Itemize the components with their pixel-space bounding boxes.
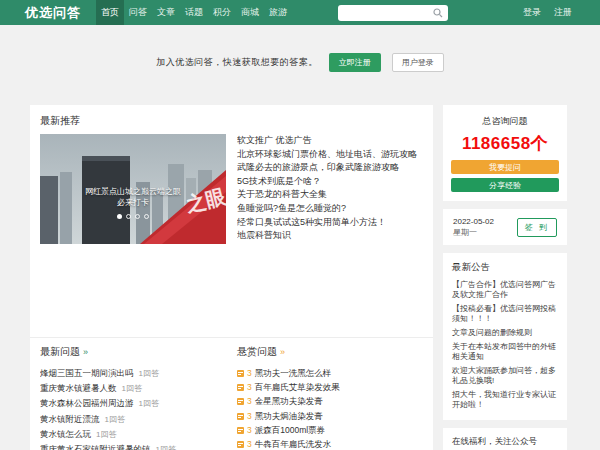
reward-amount: 3	[247, 411, 252, 421]
question-item[interactable]: 烽烟三国五一期间演出吗1回答	[40, 366, 237, 381]
reward-question-item[interactable]: 3黑功夫一洗黑怎么样	[237, 366, 423, 380]
nav-item-points[interactable]: 积分	[208, 0, 236, 25]
register-link[interactable]: 注册	[554, 6, 572, 19]
announcements-title: 最新公告	[452, 261, 558, 274]
recommend-link[interactable]: 软文推广 优选广告	[237, 134, 423, 148]
question-title: 黄水森林公园福州周边游	[40, 398, 134, 408]
qr-card: 在线福利，关注公众号	[443, 428, 567, 450]
recommend-link[interactable]: 关于恐龙的科普大全集	[237, 188, 423, 202]
caption-line2: 必来打卡	[40, 197, 226, 208]
question-title: 派森百1000ml票券	[255, 425, 325, 435]
reward-question-item[interactable]: 3百年扁氏艾草染发效果	[237, 380, 423, 394]
date-block: 2022-05-02 星期一	[453, 216, 494, 238]
share-experience-button[interactable]: 分享经验	[451, 178, 559, 192]
reward-coupon-icon	[237, 370, 244, 377]
reward-question-item[interactable]: 3派森百1000ml票券	[237, 423, 423, 437]
reward-amount: 3	[247, 368, 252, 378]
question-item[interactable]: 重庆黄水石家镇附近避暑的镇1回答	[40, 442, 237, 450]
recommend-link[interactable]: 武隆必去的旅游景点，印象武隆旅游攻略	[237, 161, 423, 175]
recommend-carousel[interactable]: 之眼 网红景点山城之巅云端之眼 必来打卡	[40, 134, 226, 244]
questions-section: 最新问题» 烽烟三国五一期间演出吗1回答 重庆黄水镇避暑人数1回答 黄水森林公园…	[30, 337, 433, 450]
reward-coupon-icon	[237, 384, 244, 391]
main-nav: 首页 问答 文章 话题 积分 商城 旅游	[96, 0, 292, 25]
recommend-link[interactable]: 北京环球影城门票价格、地址电话、游玩攻略	[237, 148, 423, 162]
search-input[interactable]	[338, 6, 430, 20]
nav-item-travel[interactable]: 旅游	[264, 0, 292, 25]
reward-coupon-icon	[237, 441, 244, 448]
reward-questions-column: 悬赏问题» 3黑功夫一洗黑怎么样 3百年扁氏艾草染发效果 3金星黑功夫染发膏 3…	[237, 345, 423, 450]
checkin-card: 2022-05-02 星期一 签 到	[443, 209, 567, 245]
banner-login-button[interactable]: 用户登录	[392, 53, 444, 72]
question-title: 黑功夫焗油染发膏	[255, 411, 323, 421]
nav-item-topics[interactable]: 话题	[180, 0, 208, 25]
question-title: 黄水镇附近漂流	[40, 414, 100, 424]
nav-item-articles[interactable]: 文章	[152, 0, 180, 25]
answer-count: 1回答	[156, 445, 176, 450]
reward-amount: 3	[247, 382, 252, 392]
carousel-dot[interactable]	[135, 214, 140, 219]
recommend-link[interactable]: 经常口臭试试这5种实用简单小方法！	[237, 216, 423, 230]
question-title: 百年扁氏艾草染发效果	[255, 382, 340, 392]
reward-question-item[interactable]: 3黑功夫焗油染发膏	[237, 409, 423, 423]
carousel-dot[interactable]	[126, 214, 131, 219]
carousel-dot[interactable]	[144, 214, 149, 219]
announcements-list: 【广告合作】优选问答网广告及软文推广合作 【投稿必看】优选问答网投稿须知！！！ …	[452, 280, 558, 410]
qr-title: 在线福利，关注公众号	[452, 436, 558, 448]
question-item[interactable]: 黄水镇怎么玩1回答	[40, 427, 237, 442]
question-item[interactable]: 重庆黄水镇避暑人数1回答	[40, 381, 237, 396]
ask-question-button[interactable]: 我要提问	[451, 160, 559, 174]
login-link[interactable]: 登录	[523, 6, 541, 19]
carousel-dot[interactable]	[117, 214, 122, 219]
reward-question-item[interactable]: 3牛犇百年扁氏洗发水	[237, 437, 423, 450]
answer-count: 1回答	[105, 415, 125, 424]
search-box	[338, 5, 448, 21]
caption-line1: 网红景点山城之巅云端之眼	[40, 186, 226, 197]
current-weekday: 星期一	[453, 227, 494, 238]
reward-coupon-icon	[237, 413, 244, 420]
reward-question-item[interactable]: 3金星黑功夫染发膏	[237, 394, 423, 408]
question-title: 烽烟三国五一期间演出吗	[40, 368, 134, 378]
question-title: 黄水镇怎么玩	[40, 429, 91, 439]
recommend-title: 最新推荐	[40, 114, 423, 128]
search-icon[interactable]	[433, 8, 443, 18]
recommend-link[interactable]: 5G技术到底是个啥？	[237, 175, 423, 189]
reward-questions-label: 悬赏问题	[237, 346, 277, 357]
banner-register-button[interactable]: 立即注册	[329, 53, 381, 72]
announcement-item[interactable]: 【投稿必看】优选问答网投稿须知！！！	[452, 304, 558, 324]
total-questions-count: 1186658个	[451, 132, 559, 155]
answer-count: 1回答	[122, 384, 142, 393]
announcement-item[interactable]: 招大牛，我知道行业专家认证开始啦！	[452, 390, 558, 410]
question-title: 黑功夫一洗黑怎么样	[255, 368, 332, 378]
nav-item-qa[interactable]: 问答	[124, 0, 152, 25]
announcement-item[interactable]: 文章及问题的删除规则	[452, 328, 558, 338]
recommend-links: 软文推广 优选广告 北京环球影城门票价格、地址电话、游玩攻略 武隆必去的旅游景点…	[237, 134, 423, 244]
page: 优选问答 首页 问答 文章 话题 积分 商城 旅游 登录 注册 加入优选问答，快…	[0, 0, 600, 450]
recommend-link[interactable]: 地震科普知识	[237, 229, 423, 243]
nav-item-home[interactable]: 首页	[96, 0, 124, 25]
auth-links: 登录 注册	[523, 6, 572, 19]
reward-questions-list: 3黑功夫一洗黑怎么样 3百年扁氏艾草染发效果 3金星黑功夫染发膏 3黑功夫焗油染…	[237, 366, 423, 450]
nav-item-mall[interactable]: 商城	[236, 0, 264, 25]
question-title: 重庆黄水镇避暑人数	[40, 383, 117, 393]
question-item[interactable]: 黄水镇附近漂流1回答	[40, 412, 237, 427]
join-banner: 加入优选问答，快速获取想要的答案。 立即注册 用户登录	[0, 25, 600, 100]
announcement-item[interactable]: 欢迎大家踊跃参加问答，超多礼品兑换哦!	[452, 366, 558, 386]
site-logo[interactable]: 优选问答	[25, 4, 81, 22]
announcement-item[interactable]: 关于在本站发布回答中的外链相关通知	[452, 342, 558, 362]
latest-questions-column: 最新问题» 烽烟三国五一期间演出吗1回答 重庆黄水镇避暑人数1回答 黄水森林公园…	[40, 345, 237, 450]
more-arrow-icon[interactable]: »	[83, 347, 88, 357]
stats-card: 总咨询问题 1186658个 我要提问 分享经验	[443, 105, 567, 201]
question-item[interactable]: 黄水森林公园福州周边游1回答	[40, 396, 237, 411]
answer-count: 1回答	[96, 430, 116, 439]
more-arrow-icon[interactable]: »	[280, 347, 285, 357]
checkin-button[interactable]: 签 到	[517, 218, 557, 237]
carousel-dots	[40, 214, 226, 219]
reward-amount: 3	[247, 425, 252, 435]
top-navbar: 优选问答 首页 问答 文章 话题 积分 商城 旅游 登录 注册	[0, 0, 600, 25]
recommend-link[interactable]: 鱼睡觉吗?鱼是怎么睡觉的?	[237, 202, 423, 216]
announcement-item[interactable]: 【广告合作】优选问答网广告及软文推广合作	[452, 280, 558, 300]
question-title: 金星黑功夫染发膏	[255, 396, 323, 406]
right-sidebar: 总咨询问题 1186658个 我要提问 分享经验 2022-05-02 星期一 …	[443, 105, 567, 450]
main-content-card: 最新推荐	[30, 105, 433, 450]
stats-title: 总咨询问题	[451, 115, 559, 128]
